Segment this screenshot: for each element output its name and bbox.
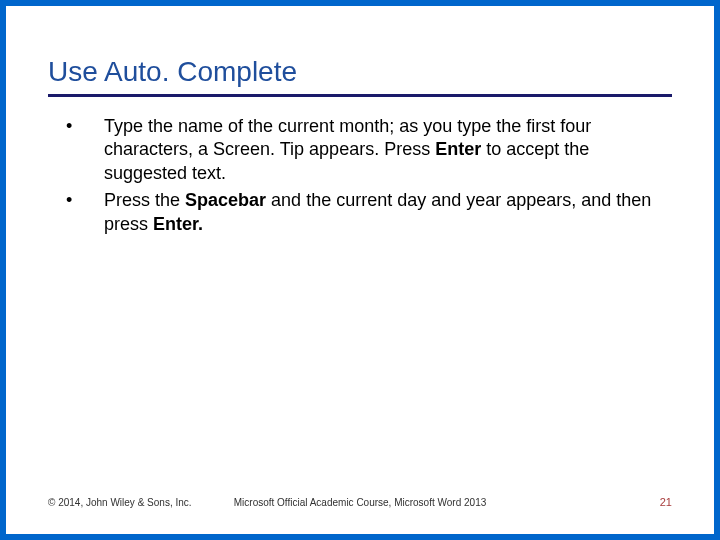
bullet-text: Press the bbox=[104, 190, 185, 210]
list-item: Type the name of the current month; as y… bbox=[48, 115, 672, 185]
list-item: Press the Spacebar and the current day a… bbox=[48, 189, 672, 236]
footer-course: Microsoft Official Academic Course, Micr… bbox=[234, 497, 487, 508]
bold-text: Spacebar bbox=[185, 190, 266, 210]
bullet-list: Type the name of the current month; as y… bbox=[48, 115, 672, 236]
slide: Use Auto. Complete Type the name of the … bbox=[6, 6, 714, 534]
slide-title: Use Auto. Complete bbox=[48, 56, 672, 97]
footer-copyright: © 2014, John Wiley & Sons, Inc. bbox=[48, 497, 192, 508]
slide-number: 21 bbox=[660, 496, 672, 508]
bold-text: Enter. bbox=[153, 214, 203, 234]
slide-content: Type the name of the current month; as y… bbox=[48, 115, 672, 496]
bold-text: Enter bbox=[435, 139, 481, 159]
slide-footer: © 2014, John Wiley & Sons, Inc. Microsof… bbox=[48, 496, 672, 508]
